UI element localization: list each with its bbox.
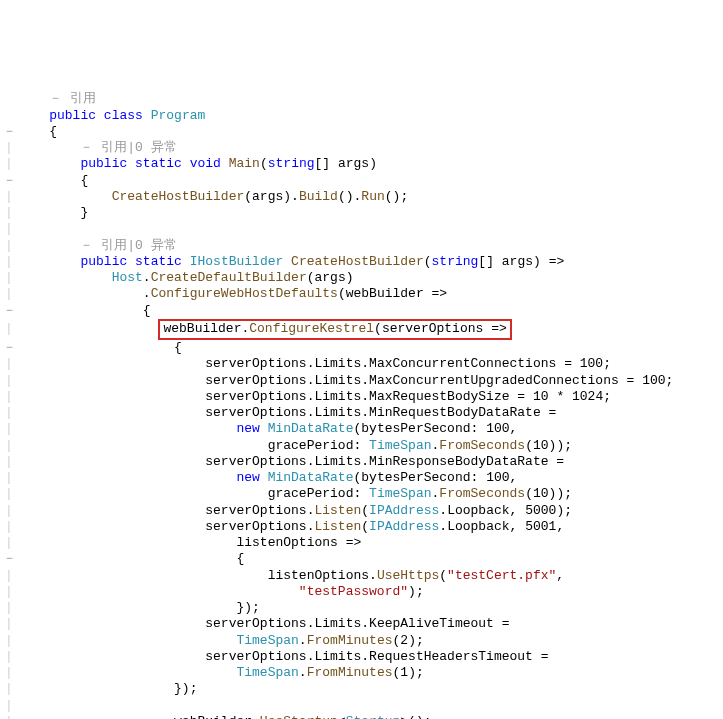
collapse-icon[interactable]: －	[3, 303, 16, 318]
t: Host	[112, 270, 143, 285]
p: =>	[346, 535, 362, 550]
m: ConfigureWebHostDefaults	[151, 286, 338, 301]
p: :	[471, 470, 479, 485]
kw: string	[268, 156, 315, 171]
p: );	[408, 633, 424, 648]
n: 5000	[525, 503, 556, 518]
kw: string	[432, 254, 479, 269]
t: IPAddress	[369, 519, 439, 534]
id: serverOptions	[205, 405, 306, 420]
collapse-icon[interactable]: －	[80, 238, 93, 253]
id: MaxConcurrentConnections	[369, 356, 556, 371]
p: ,	[556, 568, 564, 583]
id: Loopback	[447, 503, 509, 518]
p: .	[299, 633, 307, 648]
p: {	[236, 551, 244, 566]
p: ,	[510, 421, 518, 436]
codelens-chb[interactable]: 引用|0 异常	[101, 238, 176, 253]
id: serverOptions	[382, 321, 483, 336]
kw: static	[135, 254, 182, 269]
p: .	[299, 665, 307, 680]
kw: new	[236, 421, 259, 436]
m: FromMinutes	[307, 665, 393, 680]
p: (	[338, 189, 346, 204]
m: FromSeconds	[439, 438, 525, 453]
id: args	[502, 254, 533, 269]
id: Limits	[314, 649, 361, 664]
id: serverOptions	[205, 389, 306, 404]
p: )	[283, 189, 291, 204]
p: });	[174, 681, 197, 696]
p: =	[556, 454, 564, 469]
id: MinRequestBodyDataRate	[369, 405, 541, 420]
t: TimeSpan	[369, 486, 431, 501]
id: args	[338, 156, 369, 171]
p: (	[525, 438, 533, 453]
p: ;	[603, 389, 611, 404]
p: (	[260, 156, 268, 171]
n: 10	[533, 389, 549, 404]
id: listenOptions	[268, 568, 369, 583]
p: :	[353, 438, 361, 453]
collapse-icon[interactable]: －	[49, 91, 62, 106]
id: serverOptions	[205, 373, 306, 388]
collapse-icon[interactable]: －	[3, 551, 16, 566]
method-main: Main	[229, 156, 260, 171]
kw: static	[135, 156, 182, 171]
id: serverOptions	[205, 503, 306, 518]
id: listenOptions	[236, 535, 337, 550]
p: )	[533, 254, 541, 269]
p: {	[174, 340, 182, 355]
p: .	[252, 714, 260, 719]
m: CreateDefaultBuilder	[151, 270, 307, 285]
id: webBuilder	[163, 321, 241, 336]
p: .	[439, 503, 447, 518]
p: .	[369, 568, 377, 583]
p: );	[416, 714, 432, 719]
p: (	[307, 270, 315, 285]
p: =	[564, 356, 572, 371]
kw: public	[80, 254, 127, 269]
p: (	[385, 189, 393, 204]
n: 1024	[572, 389, 603, 404]
id: MinResponseBodyDataRate	[369, 454, 548, 469]
id: Limits	[314, 389, 361, 404]
p: .	[361, 616, 369, 631]
m: CreateHostBuilder	[112, 189, 245, 204]
collapse-icon[interactable]: －	[3, 173, 16, 188]
id: Limits	[314, 616, 361, 631]
collapse-icon[interactable]: －	[80, 140, 93, 155]
id: gracePeriod	[268, 438, 354, 453]
p: .	[439, 519, 447, 534]
id: serverOptions	[205, 519, 306, 534]
kw-public: public	[49, 108, 96, 123]
kw-class: class	[104, 108, 143, 123]
n: 100	[580, 356, 603, 371]
p: .	[361, 389, 369, 404]
m: Listen	[314, 519, 361, 534]
collapse-icon[interactable]: －	[3, 124, 16, 139]
p: :	[471, 421, 479, 436]
id: webBuilder	[346, 286, 424, 301]
n: 1	[400, 665, 408, 680]
id: MaxRequestBodySize	[369, 389, 509, 404]
p: {	[143, 303, 151, 318]
p: (	[244, 189, 252, 204]
p: []	[478, 254, 494, 269]
n: 10	[533, 438, 549, 453]
t: IPAddress	[369, 503, 439, 518]
n: 100	[486, 470, 509, 485]
p: );	[408, 584, 424, 599]
p: .	[361, 373, 369, 388]
m: UseStartup	[260, 714, 338, 719]
p: .	[361, 649, 369, 664]
codelens-main[interactable]: 引用|0 异常	[101, 140, 176, 155]
codelens-class[interactable]: 引用	[70, 91, 96, 106]
m: Listen	[314, 503, 361, 518]
kw: void	[190, 156, 221, 171]
t: TimeSpan	[236, 633, 298, 648]
m: UseHttps	[377, 568, 439, 583]
id: bytesPerSecond	[361, 421, 470, 436]
collapse-icon[interactable]: －	[3, 340, 16, 355]
id: Limits	[314, 454, 361, 469]
